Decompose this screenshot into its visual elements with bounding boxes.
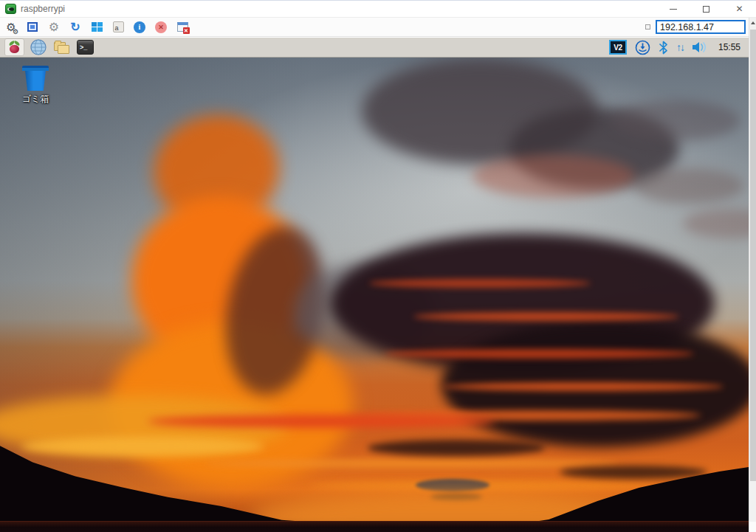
close-button[interactable]: ✕ [723, 1, 756, 17]
vnc-viewer-window: raspberrypi ✕ ⚙⚙ ⚙ ↻ a i ✕ [0, 0, 756, 532]
volume-icon[interactable] [692, 41, 709, 54]
wallpaper-cloud [205, 459, 619, 468]
close-session-icon: ✕ [177, 22, 188, 32]
toolbar-grip-icon [645, 24, 650, 30]
pi-menu-button[interactable] [4, 38, 24, 56]
folders-icon [52, 39, 72, 55]
host-field-group [645, 20, 746, 34]
vertical-scrollbar[interactable] [749, 18, 756, 532]
titlebar: raspberrypi ✕ [0, 1, 756, 17]
remote-desktop-view: >_ V2 ↑↓ [0, 38, 749, 532]
minimize-icon [670, 9, 677, 10]
disconnect-icon: ✕ [155, 21, 167, 33]
wallpaper-cloud [148, 415, 495, 428]
alt-key-button[interactable]: a [111, 20, 126, 35]
gears-icon: ⚙⚙ [6, 21, 16, 32]
window-title: raspberrypi [21, 4, 65, 14]
desktop: ゴミ箱 [0, 58, 749, 532]
refresh-icon: ↻ [70, 21, 80, 33]
wallpaper-cloud [413, 312, 679, 321]
taskbar-status-area: V2 ↑↓ 15:55 [609, 40, 744, 55]
scroll-up-arrow-icon[interactable] [749, 18, 756, 28]
window-controls: ✕ [656, 1, 756, 17]
fullscreen-button[interactable] [25, 20, 40, 35]
wallpaper-cloud [472, 155, 635, 198]
vnc-app-icon [5, 4, 16, 14]
fullscreen-icon [27, 22, 38, 32]
wallpaper-cloud [611, 100, 740, 141]
globe-icon [30, 39, 47, 55]
wallpaper-cloud [21, 437, 264, 456]
terminal-icon: >_ [77, 40, 94, 55]
settings-button[interactable]: ⚙ [47, 20, 61, 35]
raspberry-icon [9, 41, 20, 53]
disconnect-button[interactable]: ✕ [154, 20, 168, 35]
wallpaper-cloud [443, 382, 724, 391]
scrollbar-corner [749, 522, 756, 532]
vnc-toolbar: ⚙⚙ ⚙ ↻ a i ✕ ✕ [0, 17, 756, 37]
alt-key-icon: a [113, 21, 124, 32]
wallpaper-cloud [560, 466, 707, 479]
wallpaper-cloud [416, 479, 489, 491]
file-manager-button[interactable] [52, 38, 72, 56]
maximize-button[interactable] [690, 1, 723, 17]
trash-lid-icon [22, 66, 49, 71]
network-traffic-icon[interactable]: ↑↓ [676, 41, 684, 53]
wallpaper-cloud [369, 279, 591, 288]
connection-options-button[interactable]: ⚙⚙ [4, 20, 18, 35]
host-address-input[interactable] [656, 20, 746, 34]
terminal-button[interactable]: >_ [75, 38, 95, 56]
updates-icon[interactable] [635, 40, 650, 55]
close-icon: ✕ [735, 4, 743, 14]
connection-info-button[interactable]: i [132, 20, 147, 35]
taskbar-launchers: >_ [4, 38, 95, 56]
wallpaper-cloud [633, 168, 744, 204]
refresh-button[interactable]: ↻ [68, 20, 83, 35]
wallpaper-cloud [368, 440, 545, 456]
maximize-icon [703, 6, 709, 13]
windows-logo-icon [92, 22, 103, 32]
gear-icon: ⚙ [49, 21, 59, 33]
info-icon: i [134, 21, 145, 33]
wallpaper-cloud [384, 349, 694, 359]
bluetooth-icon[interactable] [659, 41, 668, 55]
vnc-server-tray-icon[interactable]: V2 [609, 40, 627, 55]
wallpaper-water [0, 521, 749, 532]
ctrl-alt-del-button[interactable] [89, 20, 104, 35]
clock[interactable]: 15:55 [717, 42, 740, 52]
trash-label: ゴミ箱 [15, 93, 56, 106]
trash-desktop-icon[interactable]: ゴミ箱 [15, 66, 56, 106]
trash-body-icon [24, 71, 47, 91]
web-browser-button[interactable] [28, 38, 48, 56]
minimize-button[interactable] [656, 1, 690, 17]
pi-taskbar: >_ V2 ↑↓ [0, 38, 749, 58]
scrollbar-thumb[interactable] [750, 30, 756, 481]
close-session-button[interactable]: ✕ [175, 20, 190, 35]
